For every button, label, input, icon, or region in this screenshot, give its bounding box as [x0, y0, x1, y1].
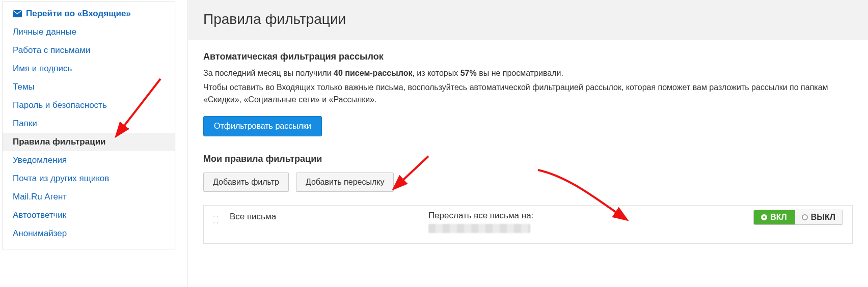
sidebar-inbox-label: Перейти во «Входящие»: [26, 8, 131, 19]
rule-row[interactable]: ···· Все письма Переслать все письма на:…: [203, 205, 853, 244]
sidebar-item-password-security[interactable]: Пароль и безопасность: [3, 96, 175, 114]
main-body: Автоматическая фильтрация рассылок За по…: [188, 40, 868, 256]
sidebar-item-notifications[interactable]: Уведомления: [3, 151, 175, 169]
sidebar-item-personal-data[interactable]: Личные данные: [3, 23, 175, 41]
toggle-on[interactable]: ВКЛ: [754, 210, 795, 224]
page-title: Правила фильтрации: [203, 11, 853, 27]
rule-action: Переслать все письма на:: [428, 211, 612, 233]
sidebar-item-autoresponder[interactable]: Автоответчик: [3, 206, 175, 224]
radio-off-icon: [802, 214, 808, 220]
sidebar-item-filter-rules[interactable]: Правила фильтрации: [3, 133, 175, 151]
redacted-email: [428, 224, 530, 233]
sidebar-item-themes[interactable]: Темы: [3, 78, 175, 96]
sidebar-item-name-signature[interactable]: Имя и подпись: [3, 60, 175, 78]
sidebar-item-anonymizer[interactable]: Анонимайзер: [3, 224, 175, 243]
radio-on-icon: [761, 214, 767, 220]
rule-toggle[interactable]: ВКЛ ВЫКЛ: [753, 210, 843, 225]
my-rules-title: Мои правила фильтрации: [203, 154, 853, 164]
sidebar-inbox-link[interactable]: Перейти во «Входящие»: [3, 5, 175, 23]
mail-icon: [13, 10, 22, 17]
rule-buttons-row: Добавить фильтр Добавить пересылку: [203, 173, 853, 192]
auto-filter-stats: За последний месяц вы получили 40 писем-…: [203, 67, 853, 79]
drag-handle-icon[interactable]: ····: [213, 214, 220, 226]
sidebar-item-folders[interactable]: Папки: [3, 114, 175, 133]
auto-filter-title: Автоматическая фильтрация рассылок: [203, 51, 853, 62]
main-panel: Правила фильтрации Автоматическая фильтр…: [187, 0, 868, 287]
auto-filter-desc: Чтобы оставить во Входящих только важные…: [203, 81, 853, 106]
settings-sidebar: Перейти во «Входящие» Личные данные Рабо…: [2, 1, 175, 249]
rule-scope: Все письма: [230, 211, 418, 222]
sidebar-item-mailru-agent[interactable]: Mail.Ru Агент: [3, 188, 175, 206]
filter-newsletters-button[interactable]: Отфильтровать рассылки: [203, 116, 322, 136]
toggle-off[interactable]: ВЫКЛ: [795, 210, 843, 224]
add-filter-button[interactable]: Добавить фильтр: [203, 173, 289, 192]
sidebar-item-mail-handling[interactable]: Работа с письмами: [3, 41, 175, 60]
sidebar-item-external-mailboxes[interactable]: Почта из других ящиков: [3, 169, 175, 188]
main-header: Правила фильтрации: [188, 0, 868, 40]
add-forward-button[interactable]: Добавить пересылку: [296, 173, 394, 192]
